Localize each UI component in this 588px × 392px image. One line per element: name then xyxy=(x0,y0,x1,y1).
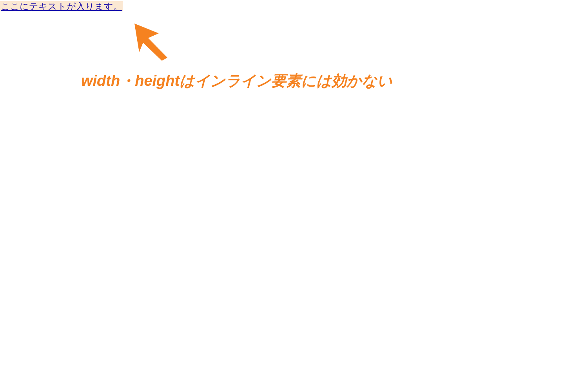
pointer-arrow-icon xyxy=(131,22,171,62)
demo-inline-link[interactable]: ここにテキストが入ります。 xyxy=(0,1,123,11)
annotation-caption: width・heightはインライン要素には効かない xyxy=(81,71,392,91)
svg-marker-0 xyxy=(134,24,167,61)
